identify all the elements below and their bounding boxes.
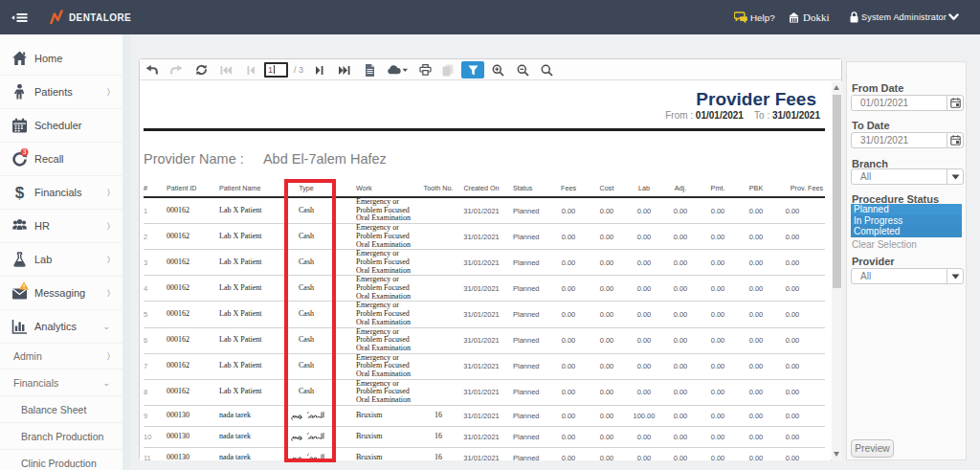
svg-text:3: 3 — [23, 148, 27, 155]
svg-text:$: $ — [15, 185, 25, 201]
